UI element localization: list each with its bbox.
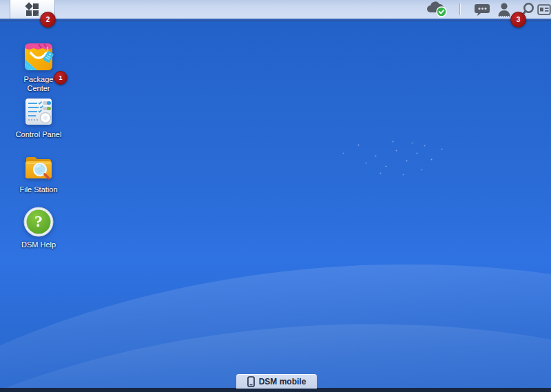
- taskbar: [0, 0, 551, 21]
- wallpaper-wave: [0, 216, 551, 392]
- green-check-icon: [437, 7, 446, 17]
- annotation-badge-2: 2: [40, 12, 56, 28]
- main-menu-grid-icon: [25, 3, 39, 17]
- control-panel-icon: [22, 95, 55, 128]
- tray-separator: [459, 3, 460, 15]
- dsm-mobile-label: DSM mobile: [259, 377, 306, 386]
- desktop-icon-package-center[interactable]: Package Center: [12, 40, 65, 95]
- desktop-wallpaper: [0, 0, 551, 392]
- dsm-desktop: 2 3 1: [0, 0, 551, 392]
- widgets-panel-icon: [537, 3, 551, 16]
- file-station-icon: [22, 150, 55, 183]
- cloud-sync-icon: [424, 0, 450, 19]
- dsm-mobile-button[interactable]: DSM mobile: [236, 374, 317, 389]
- dsm-help-icon: ?: [22, 205, 55, 238]
- user-account-icon: [496, 1, 512, 18]
- notifications-chat-icon: [474, 2, 490, 17]
- notifications-button[interactable]: [472, 0, 492, 19]
- desktop-icon-file-station[interactable]: File Station: [12, 150, 65, 205]
- desktop-icon-dsm-help[interactable]: ? DSM Help: [12, 205, 65, 260]
- widgets-button[interactable]: [537, 0, 551, 19]
- cloud-sync-button[interactable]: [424, 0, 450, 19]
- annotation-badge-3: 3: [510, 12, 526, 28]
- desktop-icon-label: Control Panel: [16, 130, 62, 139]
- package-center-icon: [22, 40, 55, 73]
- desktop-icon-label: DSM Help: [21, 240, 56, 249]
- desktop-icon-control-panel[interactable]: Control Panel: [12, 95, 65, 150]
- svg-text:?: ?: [34, 212, 43, 230]
- mobile-phone-icon: [247, 376, 255, 387]
- desktop-icon-label: File Station: [19, 185, 57, 194]
- annotation-badge-1: 1: [54, 71, 67, 85]
